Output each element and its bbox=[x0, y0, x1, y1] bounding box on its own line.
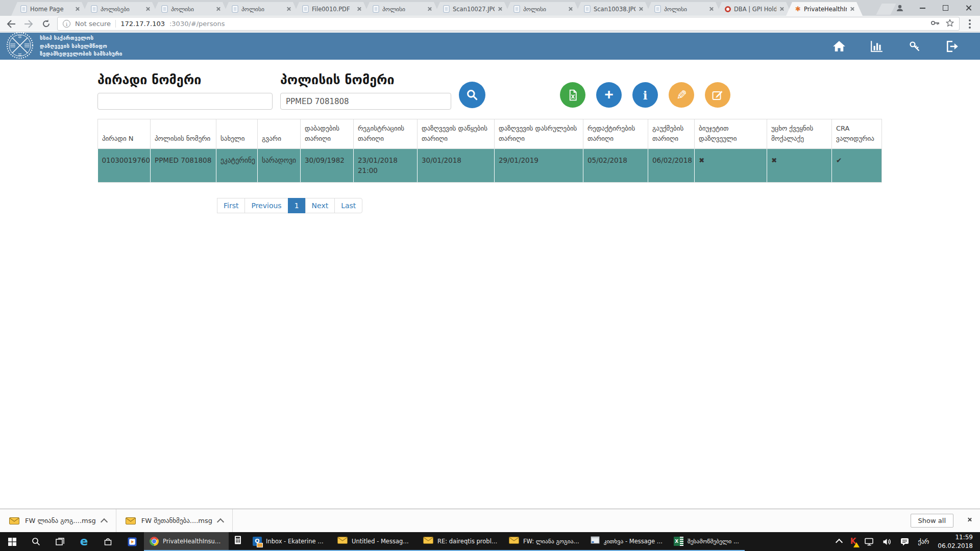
table-header-cell[interactable]: რედაქტირების თარიღი bbox=[583, 119, 648, 149]
show-all-button[interactable]: Show all bbox=[911, 514, 953, 528]
window-close-button[interactable] bbox=[957, 0, 980, 16]
browser-tab[interactable]: ✱ პოლისი bbox=[152, 2, 229, 16]
browser-tab[interactable]: ✱ Home Page bbox=[11, 2, 88, 16]
browser-tab[interactable]: ✱ DBA | GPI Hold bbox=[716, 2, 792, 16]
browser-tab[interactable]: ✱ Scan10038.JPG bbox=[575, 2, 651, 16]
taskbar-window-button[interactable]: O X RE: daireqtis proble... bbox=[418, 532, 503, 551]
table-header-cell[interactable]: გვარი bbox=[258, 119, 301, 149]
taskbar: e O X PrivateHealth bbox=[0, 532, 980, 551]
key-icon[interactable] bbox=[908, 39, 922, 54]
chevron-up-icon[interactable] bbox=[217, 518, 224, 525]
table-header-cell[interactable]: ბიუჯეტით დაზღვეული bbox=[695, 119, 767, 149]
start-button[interactable] bbox=[0, 532, 24, 551]
browser-tab[interactable]: ✱ File0010.PDF bbox=[293, 2, 370, 16]
browser-tab[interactable]: ✱ პოლისი bbox=[223, 2, 299, 16]
tab-close-icon[interactable] bbox=[568, 7, 573, 11]
refresh-button[interactable] bbox=[40, 18, 52, 30]
notification-bubble-icon[interactable] bbox=[900, 537, 909, 546]
home-icon[interactable] bbox=[832, 39, 846, 54]
taskbar-window-button[interactable]: O X შესამოწმებელი ... bbox=[668, 532, 745, 551]
org-name-line3: ზედამხედველობის სამსახური bbox=[40, 50, 122, 58]
taskbar-search-icon[interactable] bbox=[24, 532, 48, 551]
table-header-cell[interactable]: დაზღვევის დაწყების თარიღი bbox=[418, 119, 495, 149]
reports-chart-icon[interactable] bbox=[870, 39, 884, 54]
pagination-button[interactable]: First bbox=[217, 198, 245, 213]
browser-tab[interactable]: ✱ პოლისი bbox=[645, 2, 722, 16]
tab-close-icon[interactable] bbox=[286, 7, 291, 11]
add-button[interactable]: + bbox=[596, 82, 622, 108]
address-bar[interactable]: i Not secure 172.17.7.103 :3030/#/person… bbox=[57, 17, 960, 31]
browser-tab[interactable]: ✱ Scan10027.JPG bbox=[434, 2, 510, 16]
logout-icon[interactable] bbox=[945, 39, 960, 54]
taskbar-window-button[interactable]: O X Untitled - Message ... bbox=[332, 532, 418, 551]
pencil-icon: ✎ bbox=[676, 89, 687, 102]
browser-menu-icon[interactable] bbox=[969, 23, 971, 25]
table-row[interactable]: 01030019760PPMED 7081808ეკატერინესარადოვ… bbox=[98, 149, 882, 183]
tab-close-icon[interactable] bbox=[639, 7, 643, 11]
table-header-cell[interactable]: სახელი bbox=[216, 119, 258, 149]
back-button[interactable] bbox=[5, 18, 17, 30]
pagination-button[interactable]: Previous bbox=[244, 198, 288, 213]
bookmark-star-icon[interactable] bbox=[946, 19, 954, 29]
store-icon[interactable] bbox=[96, 532, 120, 551]
volume-icon[interactable] bbox=[883, 538, 892, 546]
keyboard-language-indicator[interactable]: ქარ bbox=[918, 538, 929, 545]
tab-close-icon[interactable] bbox=[779, 7, 784, 11]
policy-number-input[interactable] bbox=[280, 93, 451, 110]
taskbar-clock[interactable]: 11:59 06.02.2018 bbox=[938, 533, 973, 549]
browser-tab[interactable]: ✱ პოლისი bbox=[363, 2, 440, 16]
search-button[interactable] bbox=[459, 82, 485, 108]
tab-close-icon[interactable] bbox=[427, 7, 432, 11]
page-tab-icon bbox=[91, 5, 97, 13]
taskbar-window-button[interactable]: O X FW: ლიანა გოგია... bbox=[503, 532, 585, 551]
profile-icon[interactable] bbox=[888, 0, 911, 16]
taskbar-window-button[interactable]: O X კითხვა - Message ... bbox=[585, 532, 668, 551]
taskbar-window-button[interactable]: O X Inbox - Ekaterine O... bbox=[247, 532, 332, 551]
table-header-cell[interactable]: რეგისტრაციის თარიღი bbox=[354, 119, 418, 149]
tab-close-icon[interactable] bbox=[357, 7, 361, 11]
tab-close-icon[interactable] bbox=[850, 7, 854, 11]
tab-close-icon[interactable] bbox=[75, 7, 80, 11]
browser-tab[interactable]: ✱ PrivateHealthIn bbox=[786, 2, 863, 16]
chevron-up-icon[interactable] bbox=[101, 518, 108, 525]
media-player-icon[interactable] bbox=[120, 532, 144, 551]
download-item[interactable]: FW ლიანა გოგ....msg bbox=[0, 509, 116, 532]
edge-icon[interactable]: e bbox=[72, 532, 96, 551]
taskbar-window-button[interactable]: O X bbox=[229, 532, 247, 551]
tab-close-icon[interactable] bbox=[216, 7, 220, 11]
tab-close-icon[interactable] bbox=[709, 7, 714, 11]
forward-button[interactable] bbox=[22, 18, 35, 30]
taskbar-window-button[interactable]: O X PrivateHealthInsura... bbox=[144, 532, 229, 551]
browser-tab[interactable]: ✱ პოლისები bbox=[82, 2, 158, 16]
download-item[interactable]: FW შეთანხმება....msg bbox=[116, 509, 232, 532]
pagination-button[interactable]: Next bbox=[305, 198, 335, 213]
personal-number-input[interactable] bbox=[97, 93, 273, 110]
table-header-cell[interactable]: პირადი N bbox=[98, 119, 151, 149]
tab-close-icon[interactable] bbox=[498, 7, 502, 11]
tab-close-icon[interactable] bbox=[145, 7, 150, 11]
table-header-cell[interactable]: გაუქმების თარიღი bbox=[648, 119, 695, 149]
pagination-button[interactable]: 1 bbox=[288, 198, 306, 213]
table-header-cell[interactable]: დაზღვევის დასრულების თარიღი bbox=[495, 119, 583, 149]
window-minimize-button[interactable] bbox=[911, 0, 934, 16]
tray-chevron-up-icon[interactable] bbox=[837, 538, 842, 545]
display-network-icon[interactable] bbox=[865, 538, 874, 546]
export-excel-button[interactable] bbox=[560, 82, 585, 108]
password-key-icon[interactable] bbox=[930, 19, 940, 28]
download-bar-close-icon[interactable] bbox=[967, 517, 972, 522]
edit-form-button[interactable] bbox=[705, 82, 730, 108]
window-restore-button[interactable] bbox=[934, 0, 957, 16]
table-header-cell[interactable]: დაბადების თარიღი bbox=[301, 119, 354, 149]
table-header-cell[interactable]: CRA ვალიდურია bbox=[832, 119, 882, 149]
table-header-cell[interactable]: უცხო ქვეყნის მოქალაქე bbox=[767, 119, 832, 149]
edit-button[interactable]: ✎ bbox=[669, 82, 694, 108]
policy-number-label: პოლისის ნომერი bbox=[280, 72, 395, 87]
info-circle-icon[interactable]: i bbox=[63, 20, 70, 28]
pagination-button[interactable]: Last bbox=[334, 198, 362, 213]
table-header-cell[interactable]: პოლისის ნომერი bbox=[151, 119, 216, 149]
info-button[interactable]: i bbox=[632, 82, 658, 108]
taskbar-window-title: FW: ლიანა გოგია... bbox=[523, 538, 579, 545]
kaspersky-icon[interactable]: K bbox=[850, 538, 856, 545]
browser-tab[interactable]: ✱ პოლისი bbox=[504, 2, 581, 16]
task-view-icon[interactable] bbox=[48, 532, 72, 551]
